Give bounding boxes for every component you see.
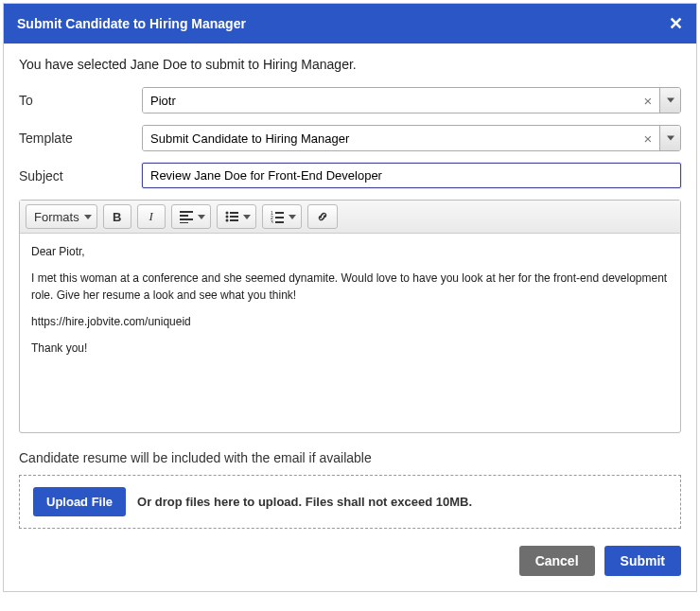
close-icon[interactable]: ✕ (669, 13, 683, 34)
row-to: To × (19, 87, 681, 113)
msg-thanks: Thank you! (31, 340, 669, 357)
svg-rect-9 (230, 219, 238, 221)
bold-button[interactable]: B (103, 204, 131, 229)
svg-rect-13 (275, 217, 284, 218)
dialog-body: You have selected Jane Doe to submit to … (4, 44, 696, 591)
rich-editor: Formats B I 123 (19, 200, 681, 433)
template-input[interactable] (143, 126, 637, 150)
submit-button[interactable]: Submit (604, 546, 681, 576)
caret-down-icon (84, 215, 92, 219)
svg-text:3: 3 (271, 219, 273, 223)
italic-button[interactable]: I (137, 204, 166, 229)
dialog-footer: Cancel Submit (19, 546, 681, 576)
editor-toolbar: Formats B I 123 (20, 201, 680, 234)
svg-rect-11 (275, 212, 284, 214)
resume-note: Candidate resume will be included with t… (19, 450, 681, 465)
bullet-list-button[interactable] (217, 204, 256, 229)
label-to: To (19, 93, 142, 108)
editor-content[interactable]: Dear Piotr, I met this woman at a confer… (20, 234, 680, 432)
template-combo[interactable]: × (142, 125, 681, 151)
intro-text: You have selected Jane Doe to submit to … (19, 57, 681, 72)
msg-body: I met this woman at a conference and she… (31, 270, 669, 304)
svg-rect-3 (180, 222, 188, 223)
label-template: Template (19, 131, 142, 146)
svg-rect-2 (180, 218, 193, 220)
upload-dropzone[interactable]: Upload File Or drop files here to upload… (19, 475, 681, 529)
msg-link: https://hire.jobvite.com/uniqueid (31, 315, 191, 328)
candidate-name: Jane Doe (131, 57, 187, 72)
subject-input[interactable] (142, 163, 681, 188)
label-subject: Subject (19, 168, 142, 183)
formats-label: Formats (34, 210, 79, 224)
upload-hint: Or drop files here to upload. Files shal… (137, 495, 472, 509)
caret-down-icon (243, 215, 251, 219)
upload-file-button[interactable]: Upload File (33, 487, 126, 516)
link-button[interactable] (307, 204, 338, 229)
dropdown-arrow-icon[interactable] (659, 88, 680, 113)
svg-point-8 (225, 219, 228, 222)
svg-rect-15 (275, 221, 284, 223)
caret-down-icon (198, 215, 205, 219)
svg-rect-5 (230, 212, 238, 214)
dropdown-arrow-icon[interactable] (659, 126, 680, 150)
svg-point-4 (225, 212, 228, 215)
link-icon (316, 210, 329, 223)
clear-icon[interactable]: × (637, 88, 659, 113)
caret-down-icon (289, 215, 296, 219)
clear-icon[interactable]: × (637, 126, 659, 150)
to-combo[interactable]: × (142, 87, 681, 113)
row-subject: Subject (19, 163, 681, 188)
dialog: Submit Candidate to Hiring Manager ✕ You… (3, 3, 697, 592)
row-template: Template × (19, 125, 681, 151)
dialog-header: Submit Candidate to Hiring Manager ✕ (4, 4, 696, 44)
msg-greeting: Dear Piotr, (31, 243, 669, 260)
cancel-button[interactable]: Cancel (519, 546, 595, 576)
dialog-title: Submit Candidate to Hiring Manager (17, 16, 246, 31)
number-list-button[interactable]: 123 (262, 204, 302, 229)
intro-prefix: You have selected (19, 57, 131, 72)
svg-rect-0 (180, 211, 193, 213)
to-input[interactable] (143, 88, 637, 113)
bullet-list-icon (225, 210, 238, 223)
align-button[interactable] (171, 204, 211, 229)
intro-suffix: to submit to Hiring Manager. (187, 57, 357, 72)
svg-rect-7 (230, 216, 238, 218)
svg-rect-1 (180, 215, 188, 217)
svg-point-6 (225, 216, 228, 218)
number-list-icon: 123 (271, 210, 284, 223)
align-left-icon (180, 210, 193, 223)
formats-button[interactable]: Formats (26, 204, 97, 229)
